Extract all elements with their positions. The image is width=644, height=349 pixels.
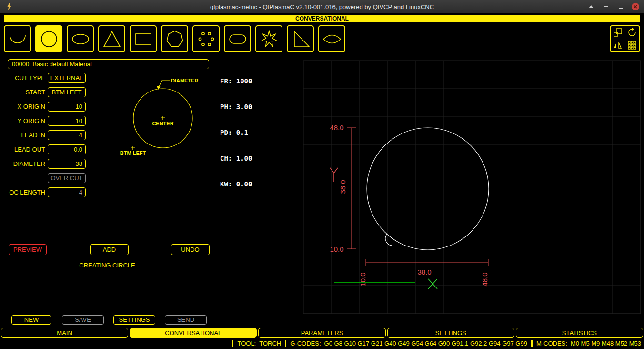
diagram-center-label: CENTER	[152, 121, 173, 126]
scale-icon[interactable]	[611, 26, 625, 39]
mirror-icon[interactable]	[611, 39, 625, 52]
tab-settings[interactable]: SETTINGS	[387, 328, 514, 338]
dim-48-left: 48.0	[330, 123, 343, 132]
tab-statistics[interactable]: STATISTICS	[516, 328, 643, 338]
lead-out-input[interactable]	[48, 144, 86, 154]
shape-circle-button[interactable]	[35, 25, 62, 52]
shape-bolt-circle-button[interactable]	[192, 25, 220, 52]
x-origin-row: X ORIGIN	[0, 102, 86, 112]
shape-sector-button[interactable]	[318, 25, 345, 52]
oc-length-label: OC LENGTH	[0, 189, 48, 196]
main-content: 00000: Basic default Material CUT TYPE E…	[0, 55, 644, 327]
star-icon	[258, 28, 280, 50]
window-title: qtplasmac-metric - QtPlasmaC v2.10-001.0…	[0, 3, 644, 10]
lead-out-row: LEAD OUT	[0, 144, 86, 154]
shape-rectangle-button[interactable]	[130, 25, 157, 52]
undo-button[interactable]: UNDO	[171, 244, 210, 255]
gcodes-value: G0 G8 G10 G17 G21 G40 G49 G54 G64 G90 G9…	[324, 340, 527, 347]
statusbar-separator	[285, 340, 286, 347]
shape-gusset-button[interactable]	[287, 25, 314, 52]
dim-38-vertical: 38.0	[339, 180, 347, 194]
add-button[interactable]: ADD	[90, 244, 129, 255]
triangle-icon	[101, 28, 123, 50]
x-origin-input[interactable]	[48, 102, 86, 112]
settings-button[interactable]: SETTINGS	[113, 315, 155, 325]
dim-48-bottom: 48.0	[481, 272, 489, 286]
shape-star-button[interactable]	[255, 25, 282, 52]
tool-value: TORCH	[259, 340, 281, 347]
start-button[interactable]: BTM LEFT	[48, 87, 86, 97]
stat-cut-height: CH: 1.00	[220, 154, 252, 163]
shape-slot-button[interactable]	[224, 25, 251, 52]
shape-ellipse-button[interactable]	[67, 25, 94, 52]
oc-length-row: OC LENGTH	[0, 187, 86, 197]
save-button[interactable]: SAVE	[62, 315, 104, 325]
shape-utilities-group	[610, 25, 640, 52]
stat-pierce-delay: PD: 0.1	[220, 128, 252, 137]
minimize-icon[interactable]	[602, 3, 610, 10]
cut-type-button[interactable]: EXTERNAL	[48, 73, 86, 83]
qtplasmac-window: qtplasmac-metric - QtPlasmaC v2.10-001.0…	[0, 0, 644, 349]
statusbar-separator	[232, 340, 233, 347]
gusset-icon	[290, 28, 312, 50]
parameter-fields: CUT TYPE EXTERNAL START BTM LEFT X ORIGI…	[0, 73, 86, 202]
diameter-label: DIAMETER	[0, 160, 48, 167]
bolt-circle-icon	[195, 28, 217, 50]
statusbar-separator	[531, 340, 533, 347]
lead-out-label: LEAD OUT	[0, 146, 48, 153]
oc-length-input[interactable]	[48, 187, 86, 197]
btm-left-cross	[131, 146, 135, 150]
material-select[interactable]: 00000: Basic default Material	[8, 59, 209, 69]
gcodes-label: G-CODES:	[290, 340, 321, 347]
gcode-preview-plot: 48.0 38.0 10.0 38.0 10.0 48.0	[217, 55, 644, 327]
new-button[interactable]: NEW	[11, 315, 51, 325]
dim-38-bottom: 38.0	[417, 268, 431, 276]
x-origin-label: X ORIGIN	[0, 103, 48, 110]
rectangle-icon	[132, 28, 154, 50]
send-button[interactable]: SEND	[165, 315, 207, 325]
stat-pierce-height: PH: 3.00	[220, 103, 252, 111]
circle-parameters-panel: 00000: Basic default Material CUT TYPE E…	[0, 55, 217, 327]
shape-line-button[interactable]	[4, 25, 31, 52]
sector-icon	[321, 28, 343, 50]
restore-icon[interactable]	[617, 3, 624, 10]
shape-toolbar	[4, 24, 640, 54]
window-controls	[587, 0, 639, 13]
tab-conversational[interactable]: CONVERSATIONAL	[130, 328, 257, 338]
conversational-banner: CONVERSATIONAL	[4, 15, 640, 22]
y-origin-label: Y ORIGIN	[0, 117, 48, 124]
tab-main[interactable]: MAIN	[1, 328, 128, 338]
cut-type-row: CUT TYPE EXTERNAL	[0, 73, 86, 83]
diagram-diameter-label: DIAMETER	[171, 78, 199, 83]
polygon-icon	[164, 28, 186, 50]
mcodes-value: M0 M5 M9 M48 M52 M53	[571, 340, 641, 347]
preview-button[interactable]: PREVIEW	[9, 244, 47, 255]
diagram-btm-left-label: BTM LEFT	[120, 150, 146, 156]
dim-10-left: 10.0	[330, 245, 343, 253]
over-cut-button[interactable]: OVER CUT	[48, 173, 86, 183]
close-icon[interactable]	[632, 3, 639, 10]
status-bar: TOOL: TORCH G-CODES: G0 G8 G10 G17 G21 G…	[0, 338, 644, 349]
lead-in-row: LEAD IN	[0, 130, 86, 140]
plot-grid	[303, 61, 641, 314]
lead-in-input[interactable]	[48, 130, 86, 140]
center-cross	[161, 116, 165, 120]
circle-icon	[38, 28, 60, 50]
shape-polygon-button[interactable]	[161, 25, 188, 52]
shape-triangle-button[interactable]	[98, 25, 125, 52]
mcodes-label: M-CODES:	[536, 340, 567, 347]
start-row: START BTM LEFT	[0, 87, 86, 97]
diameter-row: DIAMETER	[0, 159, 86, 169]
shade-icon[interactable]	[587, 3, 595, 10]
main-tabs: MAIN CONVERSATIONAL PARAMETERS SETTINGS …	[1, 328, 643, 338]
diameter-input[interactable]	[48, 159, 86, 169]
circle-help-diagram: DIAMETER CENTER BTM LEFT	[109, 72, 211, 168]
y-origin-input[interactable]	[48, 116, 86, 126]
tab-parameters[interactable]: PARAMETERS	[258, 328, 385, 338]
stat-feed-rate: FR: 1000	[220, 77, 252, 85]
rotate-icon[interactable]	[625, 26, 639, 39]
titlebar: qtplasmac-metric - QtPlasmaC v2.10-001.0…	[0, 0, 644, 13]
array-icon[interactable]	[625, 39, 639, 52]
stat-kerf-width: KW: 0.00	[220, 180, 252, 188]
ellipse-icon	[70, 28, 91, 50]
